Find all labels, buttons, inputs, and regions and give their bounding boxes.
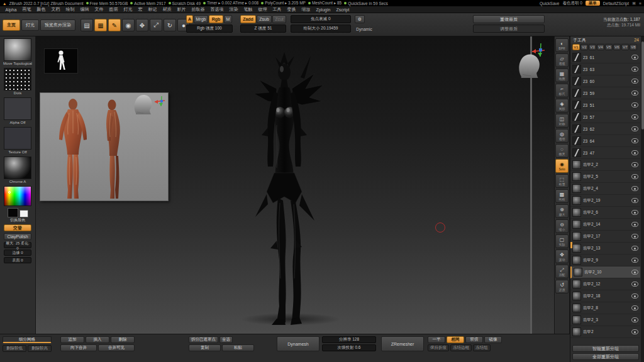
- split-button[interactable]: 拆分已遮罩点: [189, 336, 218, 343]
- zremesher-preset-button[interactable]: 相同: [447, 336, 464, 343]
- visibility-eye-icon[interactable]: [631, 258, 638, 263]
- copy-paste-button[interactable]: 复制: [189, 344, 221, 351]
- visibility-eye-icon[interactable]: [631, 138, 638, 143]
- perspective-icon[interactable]: ▱ 透视: [555, 53, 569, 67]
- regroup-button[interactable]: 智能重新分组: [572, 345, 639, 352]
- zremesher-option-button[interactable]: 冻结组: [473, 344, 491, 351]
- subtool-row[interactable]: 齿甲2_10: [570, 266, 640, 278]
- surface-slider[interactable]: 表面 0: [4, 257, 31, 263]
- alpha-quick-button[interactable]: A: [186, 15, 193, 23]
- visibility-eye-icon[interactable]: [631, 90, 638, 96]
- dynamesh-button[interactable]: Dynamesh: [277, 336, 319, 351]
- visibility-eye-icon[interactable]: [631, 55, 638, 60]
- view-tab[interactable]: V5: [605, 44, 613, 50]
- stroke-selector[interactable]: Dots: [3, 68, 32, 96]
- symmetry-icon[interactable]: ◫ 对称: [555, 114, 569, 128]
- adjust-last-button[interactable]: 调整最后: [473, 25, 545, 33]
- menu-item[interactable]: 缩放: [299, 6, 313, 13]
- move-icon[interactable]: ✥: [136, 19, 148, 31]
- frame-mesh-icon[interactable]: ⬚ 框显: [555, 174, 569, 188]
- material-selector[interactable]: Chrome A: [3, 156, 32, 184]
- menu-item[interactable]: 渲染: [226, 6, 241, 13]
- document-canvas[interactable]: [36, 36, 554, 334]
- brush-selector[interactable]: Move Topological: [3, 38, 32, 66]
- view-tab[interactable]: V1: [572, 44, 580, 50]
- color-picker[interactable]: [3, 186, 32, 206]
- menu-item[interactable]: 笔触: [241, 6, 255, 13]
- mrgb-button[interactable]: Mrgb: [194, 15, 208, 23]
- menu-item[interactable]: 首选项: [208, 6, 226, 13]
- delete-subdiv-button[interactable]: 删除较低: [3, 345, 26, 352]
- subtool-row[interactable]: 23_63: [570, 63, 640, 75]
- subtool-row[interactable]: 齿甲2_9: [570, 255, 640, 266]
- menu-item[interactable]: 影片: [174, 6, 189, 13]
- zsub-button[interactable]: Zsub: [257, 15, 272, 23]
- zcut-button[interactable]: Zcut: [272, 15, 286, 23]
- color-picker-gradient[interactable]: [4, 186, 31, 206]
- visibility-eye-icon[interactable]: [631, 174, 638, 179]
- zoom-in-icon[interactable]: ⊕ 放大: [555, 204, 569, 218]
- view-tab[interactable]: V6: [613, 44, 621, 50]
- visibility-eye-icon[interactable]: [631, 67, 638, 72]
- zremesher-preset-button[interactable]: 镜像: [484, 336, 502, 343]
- menu-item[interactable]: 拾取器: [189, 6, 208, 13]
- visibility-eye-icon[interactable]: [631, 150, 638, 155]
- visibility-eye-icon[interactable]: [631, 222, 638, 227]
- shelf-tab[interactable]: 预览焦外渲染: [40, 19, 75, 31]
- subtool-row[interactable]: 齿甲2_12: [570, 278, 640, 290]
- dynamic-toggle[interactable]: Dynamic: [353, 27, 375, 31]
- menu-item[interactable]: 宏: [135, 6, 145, 13]
- subtool-row[interactable]: 23_51: [570, 99, 640, 111]
- visibility-eye-icon[interactable]: [631, 246, 638, 251]
- main-color-swatch[interactable]: [8, 208, 18, 217]
- subtool-row[interactable]: 齿甲2_13: [570, 243, 640, 255]
- texture-selector[interactable]: Texture Off: [3, 127, 32, 155]
- fit-view-icon[interactable]: ⤢ 适配: [555, 265, 569, 278]
- zremesher-option-button[interactable]: 冻结边框: [450, 344, 472, 351]
- subtool-row[interactable]: 齿甲2_3: [570, 314, 640, 326]
- dynamesh-resolution-slider[interactable]: 分辨率 128: [322, 336, 376, 343]
- head-reference-model[interactable]: [516, 53, 541, 79]
- subtool-row[interactable]: 23_64: [570, 135, 640, 147]
- zremesher-button[interactable]: ZRemesher: [381, 336, 424, 351]
- shelf-tab[interactable]: 主页: [3, 19, 20, 31]
- alpha-selector[interactable]: Alpha Off: [3, 97, 32, 125]
- menu-item[interactable]: 变换: [284, 6, 299, 13]
- alternate-color-button[interactable]: 交替: [4, 224, 31, 231]
- polyframe-icon[interactable]: ▩ 线框: [555, 189, 569, 203]
- split-button[interactable]: 全选: [219, 336, 233, 343]
- menu-item[interactable]: Zplugin: [313, 8, 333, 12]
- max-soften-slider[interactable]: 最大: 25 柔化: 0: [4, 242, 31, 248]
- copy-paste-button[interactable]: 粘贴: [222, 344, 254, 351]
- subtool-row[interactable]: 齿甲2_8: [570, 302, 640, 314]
- subtool-row[interactable]: 齿甲2_6: [570, 207, 640, 219]
- subtool-action-button[interactable]: 追加: [60, 336, 84, 343]
- ruler-icon[interactable]: ⌐ 标尺: [555, 84, 569, 97]
- regroup-button[interactable]: 全部重新分组: [572, 353, 639, 360]
- subtool-row[interactable]: 23_57: [570, 111, 640, 123]
- subtool-row[interactable]: 齿甲2_14: [570, 219, 640, 231]
- shelf-tab[interactable]: 灯光: [21, 19, 39, 31]
- subdivision-tab[interactable]: 细分网格: [3, 336, 52, 343]
- quicksave-button[interactable]: QuickSave: [540, 1, 559, 6]
- edit-icon[interactable]: ✎: [108, 19, 121, 31]
- visibility-eye-icon[interactable]: [631, 317, 638, 322]
- menu-item[interactable]: Zscript: [333, 8, 352, 12]
- subtool-row[interactable]: 齿甲2_5: [570, 171, 640, 183]
- visibility-eye-icon[interactable]: [631, 210, 638, 215]
- subtool-scrollbar[interactable]: [641, 36, 644, 362]
- default-zscript-button[interactable]: DefaultZScript: [603, 1, 629, 6]
- delete-subdiv-button[interactable]: 删除较高: [28, 345, 52, 352]
- projection-grid-icon[interactable]: ▦: [94, 19, 107, 31]
- zremesher-preset-button[interactable]: 双倍: [465, 336, 483, 343]
- edge-slider[interactable]: 边缘 0: [4, 250, 31, 256]
- claypolish-button[interactable]: ClayPolish: [4, 233, 31, 240]
- subtool-action-button[interactable]: 插入: [86, 336, 109, 343]
- view-tab[interactable]: V7: [621, 44, 629, 50]
- subtool-row[interactable]: 齿甲2: [570, 326, 640, 338]
- actual-size-icon[interactable]: ▢ 实际: [555, 234, 569, 248]
- bpr-render-icon[interactable]: ◐ BPR: [555, 38, 569, 52]
- zremesher-option-button[interactable]: 保持折痕: [428, 344, 449, 351]
- draw-size-slider[interactable]: 绘制大小 20.19459: [291, 25, 351, 33]
- subtool-row[interactable]: 23_60: [570, 75, 640, 87]
